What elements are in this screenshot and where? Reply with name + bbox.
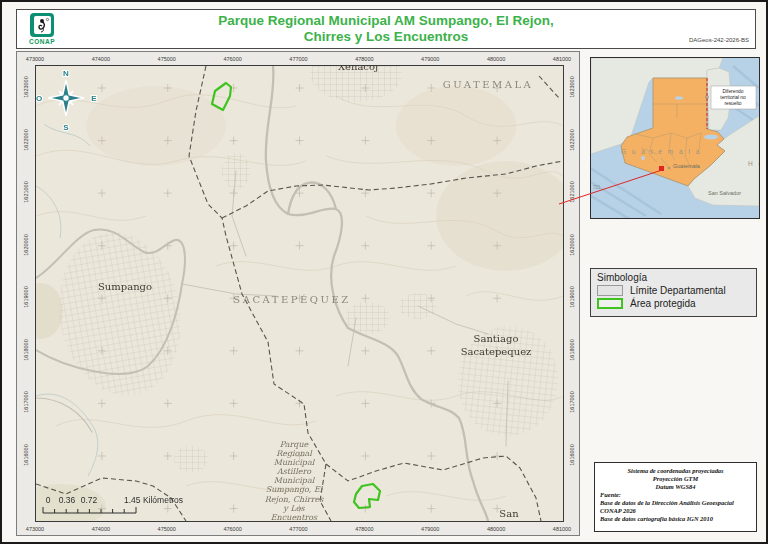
svg-text:Municipal: Municipal <box>274 476 316 485</box>
svg-text:Rejon, Chirres: Rejon, Chirres <box>265 495 325 504</box>
compass-north-label: N <box>63 69 69 78</box>
inset-note-box: Diferendo territorial no resuelto <box>705 86 756 109</box>
svg-text:Sumpango, El: Sumpango, El <box>266 485 324 494</box>
coordinate-tick: 1619000 <box>569 287 575 308</box>
svg-text:Encuentros: Encuentros <box>271 513 318 521</box>
credits-source-3: Base de datos cartografía básica IGN 201… <box>600 515 751 523</box>
left-coordinate-strip: 1623000162200016210001620000161900016180… <box>19 87 33 455</box>
main-map[interactable]: Xenacoj GUATEMALA Sumpango SACATEPÉQUEZ … <box>35 65 564 522</box>
top-coordinate-strip: 4730004740004750004760004770004780004790… <box>35 52 562 65</box>
conap-logo-text: CONAP <box>25 38 59 45</box>
inset-city-label: Guatemala <box>673 163 701 169</box>
limite-departamental-swatch <box>597 285 623 296</box>
label-guatemala-dept: GUATEMALA <box>443 79 534 90</box>
credits-coord-system: Sistema de coordenadas proyectadas <box>600 467 751 475</box>
protected-area-polygon-south <box>354 484 380 508</box>
coordinate-tick: 1617000 <box>569 392 575 413</box>
svg-text:resuelto: resuelto <box>724 101 741 106</box>
map-frame: 4730004740004750004760004770004780004790… <box>16 51 580 536</box>
coordinate-tick: 475000 <box>158 526 176 532</box>
svg-text:0.72: 0.72 <box>81 495 98 505</box>
compass-west-label: O <box>36 94 42 103</box>
coordinate-tick: 476000 <box>223 526 241 532</box>
label-xenacoj: Xenacoj <box>338 66 378 72</box>
coordinate-tick: 1623000 <box>23 76 29 97</box>
coordinate-tick: 474000 <box>92 526 110 532</box>
label-san-bartolome-line2: Bartolome <box>483 520 536 521</box>
coordinate-tick: 1621000 <box>23 181 29 202</box>
label-santiago-line1: Santiago <box>474 333 519 344</box>
coordinate-tick: 476000 <box>223 56 241 62</box>
coordinate-tick: 477000 <box>289 56 307 62</box>
coordinate-tick: 480000 <box>487 56 505 62</box>
label-sumpango: Sumpango <box>98 281 152 292</box>
legend-item-label: Límite Departamental <box>630 285 726 296</box>
credits-source-2: CONAP 2026 <box>600 507 751 515</box>
coordinate-tick: 1620000 <box>569 234 575 255</box>
coordinate-tick: 480000 <box>487 526 505 532</box>
legend: Simbología Límite Departamental Área pro… <box>590 268 757 317</box>
protected-area-label: Parque Regional Municipal Astillero Muni… <box>265 440 325 521</box>
legend-item-label: Área protegida <box>630 298 696 309</box>
inset-lake-izabal <box>704 135 718 140</box>
right-coordinate-strip: 1623000162200016210001620000161900016180… <box>565 87 579 455</box>
coordinate-tick: 478000 <box>355 526 373 532</box>
coordinate-tick: 477000 <box>289 526 307 532</box>
page-title-line1: Parque Regional Municipal AM Sumpango, E… <box>137 13 635 29</box>
document-code: DAGeos-242-2026-BS <box>689 37 749 43</box>
coordinate-tick: 1618000 <box>569 339 575 360</box>
coordinate-tick: 475000 <box>158 56 176 62</box>
coordinate-tick: 473000 <box>26 56 44 62</box>
area-protegida-swatch <box>597 298 623 309</box>
svg-text:Astillero: Astillero <box>276 467 312 476</box>
svg-text:0.36: 0.36 <box>59 495 76 505</box>
compass-south-label: S <box>63 123 69 132</box>
bottom-coordinate-strip: 4730004740004750004760004770004780004790… <box>35 522 562 536</box>
label-san-bartolome-line1: San <box>499 508 519 519</box>
header: CONAP Parque Regional Municipal AM Sumpa… <box>16 9 756 49</box>
credits-source-1: Base de datos de la Dirección Análisis G… <box>600 499 751 507</box>
label-sacatepequez-dept: SACATEPÉQUEZ <box>233 294 350 305</box>
conap-logo: CONAP <box>25 13 59 47</box>
coordinate-tick: 1620000 <box>23 234 29 255</box>
credits-datum: Datum WGS84 <box>600 483 751 491</box>
conap-logo-box <box>30 13 54 37</box>
inset-map[interactable]: Diferendo territorial no resuelto G u a … <box>590 57 760 219</box>
coordinate-tick: 479000 <box>421 526 439 532</box>
compass-east-label: E <box>91 94 97 103</box>
svg-text:Regional: Regional <box>276 449 313 458</box>
inset-honduras-label: H o <box>748 160 759 167</box>
page-title-line2: Chirres y Los Encuentros <box>137 29 635 45</box>
legend-item-area-protegida: Área protegida <box>597 298 750 309</box>
inset-misc-label: 721 <box>593 185 601 190</box>
quetzal-icon <box>34 16 51 34</box>
legend-title: Simbología <box>597 272 750 283</box>
coordinate-tick: 1616000 <box>569 444 575 465</box>
coordinate-tick: 1619000 <box>23 287 29 308</box>
credits-box: Sistema de coordenadas proyectadas Proye… <box>594 462 757 532</box>
label-santiago-line2: Sacatepequez <box>461 346 532 357</box>
coordinate-tick: 473000 <box>26 526 44 532</box>
coordinate-tick: 1623000 <box>569 76 575 97</box>
legend-item-limite-departamental: Límite Departamental <box>597 285 750 296</box>
svg-text:y Los: y Los <box>282 504 305 513</box>
coordinate-tick: 1622000 <box>23 129 29 150</box>
svg-text:Municipal: Municipal <box>274 458 316 467</box>
credits-fuente: Fuente: <box>600 491 751 499</box>
page-title: Parque Regional Municipal AM Sumpango, E… <box>137 13 635 45</box>
coordinate-tick: 1616000 <box>23 444 29 465</box>
protected-area-polygon-north <box>212 83 231 110</box>
coordinate-tick: 481000 <box>553 56 571 62</box>
coordinate-tick: 1622000 <box>569 129 575 150</box>
map-sheet: CONAP Parque Regional Municipal AM Sumpa… <box>0 0 768 544</box>
inset-san-salvador-label: San Salvador <box>708 190 741 196</box>
coordinate-tick: 481000 <box>553 526 571 532</box>
inset-lake-peten <box>675 96 683 100</box>
coordinate-tick: 474000 <box>92 56 110 62</box>
coordinate-tick: 1618000 <box>23 339 29 360</box>
coordinate-tick: 479000 <box>421 56 439 62</box>
coordinate-tick: 1617000 <box>23 392 29 413</box>
inset-lake-atitlan <box>641 156 645 160</box>
coordinate-tick: 478000 <box>355 56 373 62</box>
svg-text:Diferendo: Diferendo <box>723 89 744 94</box>
